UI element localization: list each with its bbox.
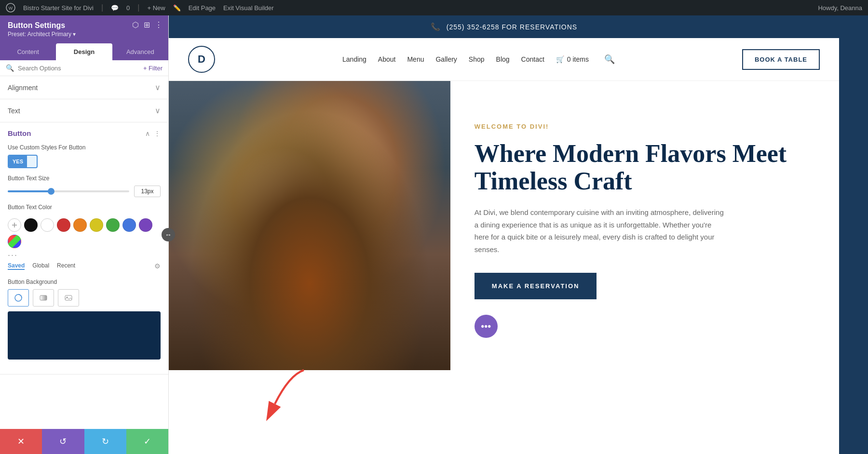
- custom-styles-toggle[interactable]: YES: [8, 155, 38, 168]
- nav-contact[interactable]: Contact: [521, 55, 544, 63]
- nav-landing[interactable]: Landing: [342, 55, 366, 63]
- edit-page-button[interactable]: Edit Page: [189, 4, 216, 12]
- logo-letter: D: [198, 53, 205, 66]
- resize-icon: ↔: [165, 231, 172, 239]
- site-name[interactable]: Bistro Starter Site for Divi: [23, 4, 94, 12]
- svg-rect-5: [40, 295, 47, 300]
- button-background-label: Button Background: [8, 279, 161, 285]
- recent-tab[interactable]: Recent: [57, 262, 75, 270]
- color-swatches: [8, 214, 161, 250]
- monitor-icon[interactable]: ⬡: [132, 20, 139, 29]
- search-input[interactable]: [18, 65, 139, 72]
- cancel-icon: ✕: [17, 436, 25, 447]
- orange-color-swatch[interactable]: [73, 218, 87, 232]
- bg-gradient-option[interactable]: [33, 289, 54, 307]
- new-button[interactable]: + New: [147, 4, 165, 12]
- filter-button[interactable]: + Filter: [143, 65, 163, 72]
- sidebar-tabs: Content Design Advanced: [0, 43, 168, 60]
- custom-color-swatch[interactable]: [8, 218, 21, 232]
- background-options: [8, 289, 161, 307]
- tab-advanced[interactable]: Advanced: [112, 43, 168, 60]
- yellow-color-swatch[interactable]: [90, 218, 103, 232]
- resize-handle[interactable]: ↔: [162, 228, 175, 241]
- nav-blog[interactable]: Blog: [496, 55, 510, 63]
- brush-color-swatch[interactable]: [8, 235, 21, 248]
- columns-icon[interactable]: ⊞: [144, 20, 150, 29]
- color-gear-icon[interactable]: ⚙: [154, 262, 161, 270]
- black-color-swatch[interactable]: [24, 218, 38, 232]
- fab-dots-icon: •••: [481, 321, 491, 332]
- color-dots[interactable]: ···: [8, 250, 161, 260]
- admin-bar-sep2: |: [137, 3, 139, 12]
- site-nav: D Landing About Menu Gallery Shop Blog C…: [169, 38, 839, 81]
- color-preview-box: [8, 311, 161, 360]
- phone-icon: 📞: [431, 22, 441, 31]
- comments-icon: 💬: [111, 4, 119, 12]
- phone-number: (255) 352-6258 FOR RESERVATIONS: [447, 23, 577, 31]
- saved-tabs: Saved Global Recent: [8, 262, 75, 270]
- purple-color-swatch[interactable]: [139, 218, 152, 232]
- cart-icon: 🛒: [556, 55, 564, 63]
- sidebar-header-icons: ⬡ ⊞ ⋮: [132, 20, 163, 29]
- site-content: 📞 (255) 352-6258 FOR RESERVATIONS D Land…: [169, 15, 839, 454]
- fab-button[interactable]: •••: [475, 315, 498, 338]
- more-icon[interactable]: ⋮: [155, 20, 163, 29]
- button-more-icon[interactable]: ⋮: [154, 130, 161, 137]
- comments-count[interactable]: 0: [126, 4, 130, 12]
- alignment-section-header[interactable]: Alignment ∨: [0, 76, 168, 99]
- save-icon: ✓: [144, 436, 151, 447]
- slider-thumb[interactable]: [48, 188, 54, 195]
- slider-fill: [8, 190, 50, 192]
- tab-design[interactable]: Design: [56, 43, 112, 60]
- white-color-swatch[interactable]: [41, 218, 54, 232]
- bg-color-option[interactable]: [8, 289, 29, 307]
- button-section-content: Use Custom Styles For Button YES Button …: [0, 144, 168, 374]
- hero-content: WELCOME TO DIVI! Where Modern Flavors Me…: [450, 81, 839, 370]
- preset-selector[interactable]: Preset: Architect Primary ▾: [8, 31, 161, 38]
- wp-logo-icon[interactable]: W: [6, 3, 15, 13]
- cancel-button[interactable]: ✕: [0, 429, 42, 454]
- nav-about[interactable]: About: [378, 55, 396, 63]
- nav-search-icon[interactable]: 🔍: [604, 54, 615, 65]
- redo-button[interactable]: ↻: [84, 429, 126, 454]
- nav-gallery[interactable]: Gallery: [435, 55, 457, 63]
- bg-image-option[interactable]: [58, 289, 79, 307]
- food-visual: [169, 81, 450, 370]
- exit-visual-builder-button[interactable]: Exit Visual Builder: [223, 4, 274, 12]
- button-background-setting: Button Background: [8, 279, 161, 360]
- text-size-slider[interactable]: [8, 190, 129, 192]
- cart-items-count: 0 items: [567, 55, 589, 63]
- nav-menu[interactable]: Menu: [407, 55, 424, 63]
- right-strip: [839, 15, 868, 454]
- redo-icon: ↻: [102, 436, 109, 447]
- nav-shop[interactable]: Shop: [469, 55, 485, 63]
- blue-color-swatch[interactable]: [122, 218, 136, 232]
- color-saved-row: Saved Global Recent ⚙: [8, 260, 161, 272]
- undo-button[interactable]: ↺: [42, 429, 84, 454]
- nav-links: Landing About Menu Gallery Shop Blog Con…: [342, 54, 615, 65]
- text-section-header[interactable]: Text ∨: [0, 99, 168, 122]
- search-icon: 🔍: [6, 64, 14, 72]
- tab-content[interactable]: Content: [0, 43, 56, 60]
- hero-image: [169, 81, 450, 370]
- alignment-label: Alignment: [8, 84, 38, 92]
- site-logo[interactable]: D: [188, 46, 215, 73]
- alignment-chevron-icon: ∨: [155, 83, 161, 92]
- nav-cart[interactable]: 🛒 0 items: [556, 55, 589, 63]
- text-size-input[interactable]: [134, 186, 161, 197]
- saved-tab[interactable]: Saved: [8, 262, 25, 270]
- button-section-header[interactable]: Button ∧ ⋮: [0, 122, 168, 144]
- collapse-icon[interactable]: ∧: [145, 130, 150, 137]
- make-reservation-button[interactable]: MAKE A RESERVATION: [475, 273, 597, 299]
- book-table-button[interactable]: BOOK A TABLE: [742, 49, 820, 70]
- sidebar-header: Button Settings Preset: Architect Primar…: [0, 15, 168, 43]
- settings-sidebar: Button Settings Preset: Architect Primar…: [0, 15, 169, 454]
- green-color-swatch[interactable]: [106, 218, 120, 232]
- save-button[interactable]: ✓: [126, 429, 168, 454]
- site-topbar: 📞 (255) 352-6258 FOR RESERVATIONS: [169, 15, 839, 38]
- button-section: Button ∧ ⋮ Use Custom Styles For Button …: [0, 122, 168, 374]
- global-tab[interactable]: Global: [32, 262, 49, 270]
- text-label: Text: [8, 107, 20, 115]
- button-text-color-setting: Button Text Color: [8, 204, 161, 272]
- red-color-swatch[interactable]: [57, 218, 70, 232]
